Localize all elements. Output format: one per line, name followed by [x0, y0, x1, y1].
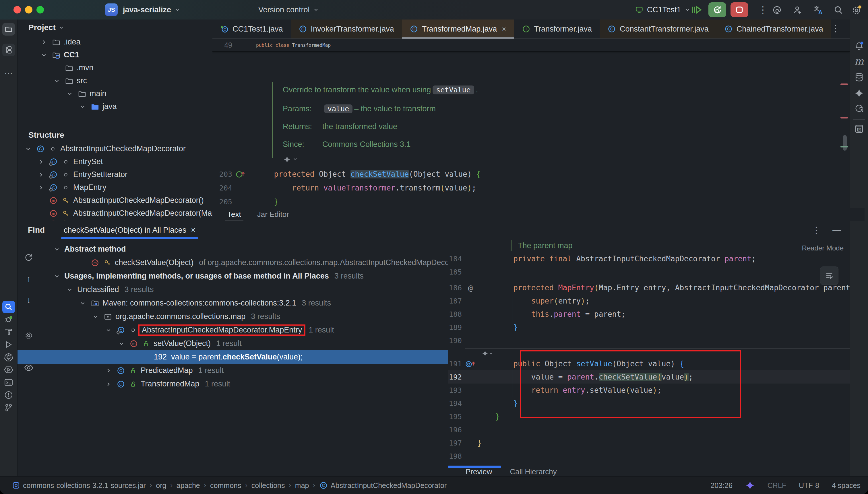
breadcrumb-item[interactable]: CAbstractInputCheckedMapDecorator [319, 481, 447, 490]
find-result-row[interactable]: CPredicatedMap1 result [18, 364, 448, 377]
find-result-row[interactable]: Unclassified3 results [18, 283, 448, 296]
code-line[interactable]: 203 protected Object checkSetValue(Objec… [213, 167, 850, 181]
preview-code-line[interactable]: 186@ protected MapEntry(Map.Entry entry,… [448, 281, 850, 294]
chevron-down-icon[interactable] [65, 91, 75, 97]
close-window-button[interactable] [14, 6, 21, 14]
project-panel-header[interactable]: Project [18, 19, 213, 36]
notifications-bell-icon[interactable] [854, 41, 864, 51]
documentation-tool-button[interactable]: A [854, 124, 864, 134]
editor-tab[interactable]: CChainedTransformer.java [717, 19, 831, 38]
overrides-gutter-icon[interactable] [464, 359, 477, 368]
build-tool-button[interactable] [4, 327, 14, 337]
project-tree-row[interactable]: main [18, 87, 213, 100]
tab-jar-editor[interactable]: Jar Editor [257, 210, 289, 219]
sticky-line[interactable]: 49 public class TransformedMap [213, 39, 850, 52]
project-tree-row[interactable]: java [18, 100, 213, 113]
annotation-gutter-icon[interactable]: @ [464, 283, 477, 292]
error-stripe-mark[interactable] [841, 117, 848, 118]
ai-assistant-tool-button[interactable] [854, 88, 864, 98]
chevron-down-icon[interactable] [65, 287, 75, 293]
preview-code-line[interactable]: 190 [448, 334, 850, 347]
find-results-tab[interactable]: checkSetValue(Object) in All Places × [64, 221, 196, 239]
stripe-mark-green[interactable] [841, 146, 848, 148]
ai-assistant-status-icon[interactable] [745, 480, 755, 490]
editor-scrollbar[interactable] [843, 135, 847, 151]
chevron-down-icon[interactable] [23, 146, 33, 152]
add-user-icon[interactable] [793, 5, 802, 16]
run-tool-button[interactable] [4, 340, 14, 349]
close-icon[interactable]: × [191, 226, 196, 235]
version-control-menu[interactable]: Version control [258, 0, 319, 19]
structure-tree-row[interactable]: mAbstractInputCheckedMapDecorator(Map [18, 207, 213, 220]
preview-code-line[interactable]: 197} [448, 436, 850, 450]
breadcrumb-item[interactable]: apache [177, 481, 200, 490]
find-result-row[interactable]: CAbstractInputCheckedMapDecorator.MapEnt… [18, 323, 448, 337]
maximize-window-button[interactable] [36, 6, 44, 14]
tab-text[interactable]: Text [227, 210, 241, 219]
code-line[interactable]: 205 } [213, 195, 850, 208]
hide-panel-button[interactable]: — [832, 225, 841, 235]
breadcrumb-item[interactable]: collections [252, 481, 285, 490]
project-tree-row[interactable]: src [18, 74, 213, 87]
stop-button[interactable] [731, 2, 748, 17]
line-separator[interactable]: CRLF [768, 481, 786, 490]
structure-tree-row[interactable]: CEntrySet [18, 155, 213, 168]
project-menu[interactable]: java-serialize [123, 0, 180, 19]
find-options-kebab[interactable]: ⋮ [812, 225, 821, 235]
settings-gear-icon[interactable] [851, 5, 862, 17]
indent-setting[interactable]: 4 spaces [832, 481, 861, 490]
preview-code-line[interactable]: 188 this.parent = parent; [448, 307, 850, 321]
preview-code-line[interactable]: 189 } [448, 321, 850, 334]
structure-tree-row[interactable]: mAbstractInputCheckedMapDecorator() [18, 194, 213, 207]
more-tool-windows-button[interactable]: ⋯ [4, 68, 14, 78]
chevron-down-icon[interactable] [116, 341, 126, 347]
database-tool-button[interactable] [854, 72, 864, 82]
chevron-down-icon[interactable] [78, 103, 88, 110]
file-encoding[interactable]: UTF-8 [799, 481, 819, 490]
chevron-right-icon[interactable] [36, 159, 46, 165]
preview-code-line[interactable]: 185 [448, 265, 850, 279]
caret-position[interactable]: 203:26 [710, 481, 732, 490]
chevron-right-icon[interactable] [104, 367, 113, 374]
chevron-down-icon[interactable] [39, 52, 49, 58]
chevron-down-icon[interactable] [78, 300, 88, 306]
project-tree-row[interactable]: .mvn [18, 61, 213, 74]
main-editor[interactable]: 49 public class TransformedMap Override … [213, 39, 850, 208]
ai-chat-tool-button[interactable] [854, 104, 864, 114]
find-result-row[interactable]: Abstract method [18, 242, 448, 256]
tab-preview[interactable]: Preview [466, 467, 492, 476]
find-result-row[interactable]: Maven: commons-collections:commons-colle… [18, 296, 448, 310]
search-everywhere-icon[interactable] [834, 5, 843, 16]
find-result-line-selected[interactable]: 192 value = parent.checkSetValue(value); [18, 350, 448, 364]
resume-program-button[interactable] [690, 5, 702, 16]
tab-options-kebab[interactable]: ⋮ [831, 23, 840, 34]
reader-mode-label[interactable]: Reader Mode [802, 244, 844, 252]
chevron-down-icon[interactable] [52, 78, 62, 84]
preview-code-line[interactable]: 198 [448, 450, 850, 463]
structure-tree-row[interactable]: CMapEntry [18, 181, 213, 194]
tab-call-hierarchy[interactable]: Call Hierarchy [510, 467, 557, 476]
translate-icon[interactable]: A [813, 5, 824, 17]
usage-preview-editor[interactable]: The parent map184 private final Abstract… [448, 239, 850, 469]
structure-tree-row[interactable]: CAbstractInputCheckedMapDecorator [18, 142, 213, 155]
chevron-down-icon[interactable] [104, 327, 113, 334]
editor-tab[interactable]: CCC1Test1.java [213, 19, 291, 38]
ai-prompt-icon[interactable] [283, 155, 298, 165]
debug-tool-button[interactable] [4, 315, 14, 324]
chevron-right-icon[interactable] [36, 185, 46, 191]
services-tool-button[interactable] [4, 365, 14, 375]
error-stripe-mark[interactable] [841, 83, 848, 85]
find-result-row[interactable]: mcheckSetValue(Object)of org.apache.comm… [18, 256, 448, 269]
breadcrumb-item[interactable]: commons [210, 481, 241, 490]
find-result-row[interactable]: msetValue(Object)1 result [18, 337, 448, 350]
chevron-down-icon[interactable] [52, 273, 62, 280]
maven-tool-button[interactable]: m [854, 56, 864, 66]
project-tool-button[interactable] [2, 23, 15, 36]
more-run-actions-button[interactable]: ⋮ [758, 0, 768, 19]
git-tool-button[interactable] [4, 403, 14, 413]
preview-code-line[interactable]: 196 [448, 423, 850, 436]
chevron-right-icon[interactable] [104, 381, 113, 387]
chevron-down-icon[interactable] [52, 246, 62, 252]
close-tab-icon[interactable]: × [502, 25, 506, 34]
chevron-right-icon[interactable] [36, 172, 46, 178]
